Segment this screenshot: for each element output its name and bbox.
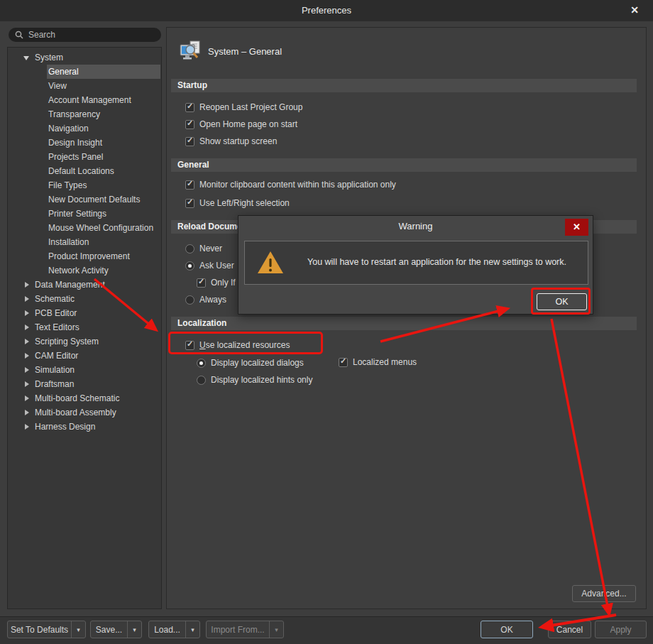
tree-item-design-insight[interactable]: Design Insight xyxy=(8,136,161,150)
checkbox-use-localized-resources[interactable]: ✓ Use localized resources xyxy=(185,339,290,351)
close-icon[interactable]: ✕ xyxy=(627,3,642,17)
tree-item-system[interactable]: System xyxy=(8,50,161,65)
radio-off-icon xyxy=(197,376,206,385)
collapsed-icon[interactable] xyxy=(25,395,29,401)
collapsed-icon[interactable] xyxy=(25,353,29,359)
checkbox-reopen-last-project-group[interactable]: ✓ Reopen Last Project Group xyxy=(185,102,302,113)
radio-off-icon xyxy=(185,244,194,253)
collapsed-icon[interactable] xyxy=(25,310,29,316)
checkbox-checked-icon: ✓ xyxy=(185,120,194,129)
tree-item-new-document-defaults[interactable]: New Document Defaults xyxy=(8,192,161,207)
radio-display-localized-hints-only[interactable]: Display localized hints only xyxy=(197,374,312,386)
window-title: Preferences xyxy=(0,5,653,16)
warning-dialog-title: Warning xyxy=(238,221,593,231)
tree-item-transparency[interactable]: Transparency xyxy=(8,107,161,121)
checkbox-checked-icon: ✓ xyxy=(197,278,206,288)
tree-item-multi-board-schematic[interactable]: Multi-board Schematic xyxy=(8,391,161,405)
collapsed-icon[interactable] xyxy=(25,410,29,415)
radio-ask-user[interactable]: Ask User xyxy=(185,260,234,271)
load-button[interactable]: Load... ▾ xyxy=(148,621,200,638)
tree-item-pcb-editor[interactable]: PCB Editor xyxy=(8,306,161,320)
settings-panel: System – General Startup ✓ Reopen Last P… xyxy=(166,27,647,609)
section-header-general: General xyxy=(171,158,637,172)
tree-item-multi-board-assembly[interactable]: Multi-board Assembly xyxy=(8,405,161,420)
section-header-startup: Startup xyxy=(171,79,637,92)
radio-always[interactable]: Always xyxy=(185,294,226,305)
footer-bar: Set To Defaults ▾ Save... ▾ Load... ▾ Im… xyxy=(0,616,653,644)
warning-message: You will have to restart an application … xyxy=(293,257,581,267)
tree-item-simulation[interactable]: Simulation xyxy=(8,363,161,377)
warning-ok-button[interactable]: OK xyxy=(537,293,587,310)
checkbox-checked-icon: ✓ xyxy=(185,137,194,146)
checkbox-checked-icon: ✓ xyxy=(185,199,194,208)
system-general-icon xyxy=(178,39,202,63)
collapsed-icon[interactable] xyxy=(25,339,29,344)
tree-item-schematic[interactable]: Schematic xyxy=(8,292,161,306)
chevron-down-icon[interactable]: ▾ xyxy=(127,621,141,638)
warning-message-box: You will have to restart an application … xyxy=(244,241,588,285)
collapsed-icon[interactable] xyxy=(25,324,29,330)
checkbox-checked-icon: ✓ xyxy=(185,180,194,190)
search-icon xyxy=(15,31,23,39)
search-input[interactable]: Search xyxy=(9,28,161,42)
radio-on-icon xyxy=(185,261,194,271)
tree-item-cam-editor[interactable]: CAM Editor xyxy=(8,349,161,363)
tree-item-file-types[interactable]: File Types xyxy=(8,178,161,192)
tree-item-general[interactable]: General xyxy=(8,65,161,79)
expanded-icon[interactable] xyxy=(23,56,29,60)
chevron-down-icon[interactable]: ▾ xyxy=(185,621,199,638)
page-title: System – General xyxy=(208,46,282,57)
tree-item-installation[interactable]: Installation xyxy=(8,235,161,249)
checkbox-localized-menus[interactable]: ✓ Localized menus xyxy=(339,356,417,368)
collapsed-icon[interactable] xyxy=(25,282,29,288)
chevron-down-icon: ▾ xyxy=(269,621,283,638)
import-from-button: Import From... ▾ xyxy=(206,621,284,638)
tree-item-view[interactable]: View xyxy=(8,79,161,93)
tree-item-account-management[interactable]: Account Management xyxy=(8,93,161,107)
search-placeholder: Search xyxy=(28,30,55,40)
tree-item-default-locations[interactable]: Default Locations xyxy=(8,164,161,178)
warning-close-icon[interactable]: ✕ xyxy=(565,219,588,236)
save-button[interactable]: Save... ▾ xyxy=(90,621,142,638)
tree-item-scripting-system[interactable]: Scripting System xyxy=(8,334,161,349)
checkbox-monitor-clipboard[interactable]: ✓ Monitor clipboard content within this … xyxy=(185,179,396,190)
set-to-defaults-button[interactable]: Set To Defaults ▾ xyxy=(7,621,86,638)
section-header-localization: Localization xyxy=(171,317,637,330)
apply-button: Apply xyxy=(595,621,647,638)
warning-icon xyxy=(256,250,285,275)
tree-item-network-activity[interactable]: Network Activity xyxy=(8,263,161,278)
tree-item-text-editors[interactable]: Text Editors xyxy=(8,320,161,334)
checkbox-open-home-page[interactable]: ✓ Open Home page on start xyxy=(185,119,297,130)
radio-off-icon xyxy=(185,295,194,305)
tree-item-navigation[interactable]: Navigation xyxy=(8,121,161,136)
tree-item-mouse-wheel-configuration[interactable]: Mouse Wheel Configuration xyxy=(8,221,161,235)
checkbox-show-startup-screen[interactable]: ✓ Show startup screen xyxy=(185,136,277,147)
checkbox-checked-icon: ✓ xyxy=(185,103,194,112)
ok-button[interactable]: OK xyxy=(481,621,533,638)
collapsed-icon[interactable] xyxy=(25,381,29,387)
collapsed-icon[interactable] xyxy=(25,424,29,430)
tree-item-printer-settings[interactable]: Printer Settings xyxy=(8,207,161,221)
collapsed-icon[interactable] xyxy=(25,296,29,302)
tree-item-projects-panel[interactable]: Projects Panel xyxy=(8,150,161,164)
cancel-button[interactable]: Cancel xyxy=(548,621,591,638)
tree-item-harness-design[interactable]: Harness Design xyxy=(8,420,161,434)
chevron-down-icon[interactable]: ▾ xyxy=(71,621,85,638)
checkbox-only-if-document[interactable]: ✓ Only If D xyxy=(197,277,244,288)
advanced-button[interactable]: Advanced... xyxy=(572,585,636,602)
checkbox-checked-icon: ✓ xyxy=(185,341,194,350)
checkbox-use-left-right-selection[interactable]: ✓ Use Left/Right selection xyxy=(185,197,290,209)
warning-dialog: Warning ✕ You will have to restart an ap… xyxy=(238,215,593,315)
tree-item-data-management[interactable]: Data Management xyxy=(8,278,161,292)
tree-item-draftsman[interactable]: Draftsman xyxy=(8,377,161,391)
tree-item-product-improvement[interactable]: Product Improvement xyxy=(8,249,161,263)
preferences-tree: System General View Account Management T… xyxy=(7,47,162,609)
radio-never[interactable]: Never xyxy=(185,243,222,254)
titlebar: Preferences ✕ xyxy=(0,0,653,21)
radio-on-icon xyxy=(197,359,206,368)
radio-display-localized-dialogs[interactable]: Display localized dialogs xyxy=(197,357,304,369)
checkbox-checked-icon: ✓ xyxy=(339,358,348,367)
collapsed-icon[interactable] xyxy=(25,367,29,373)
